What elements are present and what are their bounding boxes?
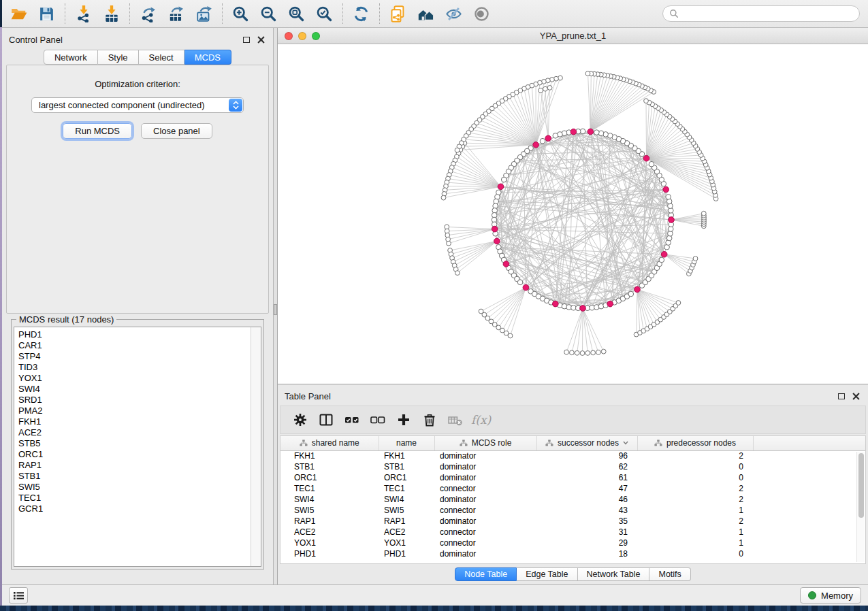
network-node[interactable] [693, 257, 698, 261]
mcds-node[interactable] [588, 129, 594, 135]
network-node[interactable] [517, 280, 523, 285]
result-list-item[interactable]: STP4 [18, 351, 251, 362]
close-panel-icon[interactable] [257, 36, 265, 44]
zoom-out-button[interactable] [255, 1, 283, 26]
show-all-button[interactable] [468, 1, 496, 26]
network-node[interactable] [649, 161, 654, 167]
network-node[interactable] [644, 99, 649, 103]
network-node[interactable] [508, 333, 513, 338]
network-node[interactable] [594, 130, 600, 135]
result-list-item[interactable]: PMA2 [18, 406, 251, 416]
network-node[interactable] [501, 177, 507, 182]
network-node[interactable] [575, 350, 579, 355]
network-node[interactable] [564, 350, 569, 354]
mcds-node[interactable] [607, 301, 613, 307]
network-node[interactable] [539, 88, 543, 93]
table-row[interactable]: ACE2ACE2connector311 [280, 527, 865, 538]
zoom-in-button[interactable] [227, 1, 255, 26]
result-scrollbar[interactable] [251, 327, 261, 566]
table-row[interactable]: PHD1PHD1dominator180 [280, 548, 865, 559]
mcds-node[interactable] [553, 301, 559, 307]
table-row[interactable]: SWI4SWI4dominator462 [280, 494, 865, 505]
tab-select[interactable]: Select [139, 50, 184, 65]
network-node[interactable] [591, 350, 596, 355]
result-list-item[interactable]: SRD1 [18, 395, 251, 406]
network-node[interactable] [628, 291, 634, 297]
float-table-panel-icon[interactable] [838, 393, 845, 399]
tab-mcds[interactable]: MCDS [184, 50, 231, 65]
result-list-item[interactable]: SWI5 [18, 482, 251, 493]
mcds-node[interactable] [663, 186, 669, 193]
result-list-item[interactable]: CAR1 [18, 340, 251, 351]
export-table-button[interactable] [162, 1, 190, 26]
memory-button[interactable]: Memory [800, 587, 861, 604]
network-node[interactable] [596, 350, 601, 354]
maximize-window-icon[interactable] [312, 32, 320, 40]
column-header-shared-name[interactable]: shared name [280, 436, 379, 450]
table-tab-network-table[interactable]: Network Table [578, 567, 650, 581]
result-list-item[interactable]: STB1 [18, 471, 251, 482]
result-list-item[interactable]: FKH1 [18, 416, 251, 427]
save-session-button[interactable] [33, 1, 61, 26]
table-row[interactable]: YOX1YOX1connector291 [280, 538, 865, 548]
close-table-panel-icon[interactable] [852, 393, 860, 400]
mcds-node[interactable] [533, 142, 539, 148]
network-node[interactable] [570, 350, 575, 355]
network-node[interactable] [585, 71, 590, 76]
mcds-node[interactable] [545, 135, 551, 142]
mcds-node[interactable] [669, 217, 675, 223]
mcds-node[interactable] [580, 306, 586, 312]
table-tab-motifs[interactable]: Motifs [649, 567, 690, 581]
table-row[interactable]: FKH1FKH1dominator962 [280, 450, 865, 461]
network-node[interactable] [601, 349, 606, 354]
float-panel-icon[interactable] [243, 37, 250, 43]
search-input[interactable] [683, 9, 853, 19]
run-mcds-button[interactable]: Run MCDS [63, 123, 132, 139]
export-document-network-button[interactable] [384, 1, 412, 26]
mcds-node[interactable] [498, 184, 504, 190]
minimize-window-icon[interactable] [298, 32, 306, 40]
result-list-item[interactable]: ACE2 [18, 427, 251, 438]
table-row[interactable]: TEC1TEC1connector472 [280, 483, 865, 494]
split-columns-button[interactable] [313, 408, 339, 431]
export-image-button[interactable] [190, 1, 218, 26]
criterion-select[interactable]: largest connected component (undirected) [31, 97, 244, 113]
network-node[interactable] [455, 271, 460, 276]
result-list-item[interactable]: YOX1 [18, 373, 251, 384]
clear-checkboxes-button[interactable] [365, 408, 391, 431]
column-header-successor-nodes[interactable]: successor nodes [536, 436, 637, 450]
refresh-button[interactable] [347, 1, 375, 26]
network-node[interactable] [547, 86, 552, 90]
divider-grip-icon[interactable] [274, 304, 277, 315]
close-window-icon[interactable] [285, 32, 293, 40]
network-node[interactable] [543, 86, 548, 91]
tab-network[interactable]: Network [44, 50, 98, 65]
network-node[interactable] [701, 211, 706, 216]
result-list-item[interactable]: GCR1 [18, 503, 251, 514]
delete-column-button[interactable] [417, 408, 443, 431]
panel-divider[interactable] [273, 28, 278, 584]
add-column-button[interactable] [391, 408, 417, 431]
mcds-node[interactable] [494, 238, 500, 244]
hide-selected-button[interactable] [440, 1, 468, 26]
import-network-button[interactable] [69, 1, 97, 26]
result-list-item[interactable]: RAP1 [18, 460, 251, 471]
network-node[interactable] [676, 301, 681, 306]
network-node[interactable] [666, 195, 671, 200]
export-network-button[interactable] [134, 1, 162, 26]
network-node[interactable] [447, 241, 451, 246]
tab-style[interactable]: Style [98, 50, 139, 65]
network-node[interactable] [580, 351, 585, 356]
result-list-item[interactable]: TEC1 [18, 493, 251, 503]
table-row[interactable]: STB1STB1dominator620 [280, 461, 865, 472]
table-row[interactable]: RAP1RAP1dominator352 [280, 516, 865, 527]
mcds-node[interactable] [570, 129, 577, 135]
result-list-item[interactable]: PHD1 [18, 329, 251, 340]
open-folder-button[interactable] [5, 1, 33, 26]
table-tab-edge-table[interactable]: Edge Table [517, 567, 577, 581]
table-scrollbar[interactable] [856, 452, 865, 562]
table-row[interactable]: SWI5SWI5connector431 [280, 505, 865, 516]
select-all-checkboxes-button[interactable] [339, 408, 365, 431]
network-node[interactable] [455, 148, 460, 152]
mcds-node[interactable] [661, 252, 667, 258]
